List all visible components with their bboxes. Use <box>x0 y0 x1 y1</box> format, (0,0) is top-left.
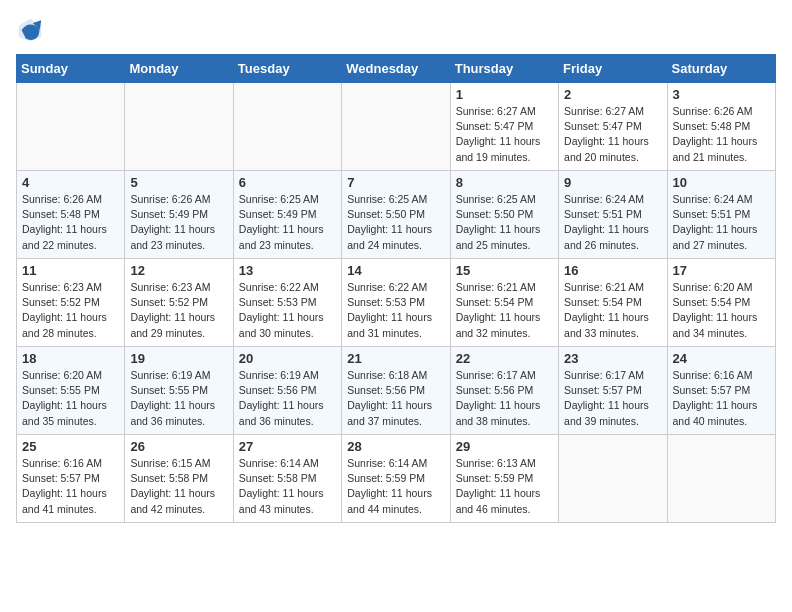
calendar-cell: 27Sunrise: 6:14 AMSunset: 5:58 PMDayligh… <box>233 435 341 523</box>
day-info: Sunrise: 6:26 AMSunset: 5:48 PMDaylight:… <box>22 192 119 253</box>
day-info: Sunrise: 6:21 AMSunset: 5:54 PMDaylight:… <box>564 280 661 341</box>
calendar-cell: 1Sunrise: 6:27 AMSunset: 5:47 PMDaylight… <box>450 83 558 171</box>
day-number: 2 <box>564 87 661 102</box>
day-number: 9 <box>564 175 661 190</box>
calendar-week-row: 4Sunrise: 6:26 AMSunset: 5:48 PMDaylight… <box>17 171 776 259</box>
day-info: Sunrise: 6:26 AMSunset: 5:48 PMDaylight:… <box>673 104 770 165</box>
day-info: Sunrise: 6:22 AMSunset: 5:53 PMDaylight:… <box>347 280 444 341</box>
day-info: Sunrise: 6:26 AMSunset: 5:49 PMDaylight:… <box>130 192 227 253</box>
day-info: Sunrise: 6:25 AMSunset: 5:50 PMDaylight:… <box>347 192 444 253</box>
calendar-cell: 25Sunrise: 6:16 AMSunset: 5:57 PMDayligh… <box>17 435 125 523</box>
calendar-cell: 9Sunrise: 6:24 AMSunset: 5:51 PMDaylight… <box>559 171 667 259</box>
day-number: 23 <box>564 351 661 366</box>
calendar-cell: 28Sunrise: 6:14 AMSunset: 5:59 PMDayligh… <box>342 435 450 523</box>
calendar-cell: 7Sunrise: 6:25 AMSunset: 5:50 PMDaylight… <box>342 171 450 259</box>
day-number: 5 <box>130 175 227 190</box>
day-info: Sunrise: 6:16 AMSunset: 5:57 PMDaylight:… <box>22 456 119 517</box>
day-info: Sunrise: 6:22 AMSunset: 5:53 PMDaylight:… <box>239 280 336 341</box>
day-number: 6 <box>239 175 336 190</box>
day-number: 24 <box>673 351 770 366</box>
logo <box>16 16 48 44</box>
calendar-cell: 6Sunrise: 6:25 AMSunset: 5:49 PMDaylight… <box>233 171 341 259</box>
day-number: 8 <box>456 175 553 190</box>
calendar-header-monday: Monday <box>125 55 233 83</box>
calendar-cell: 11Sunrise: 6:23 AMSunset: 5:52 PMDayligh… <box>17 259 125 347</box>
day-number: 10 <box>673 175 770 190</box>
day-info: Sunrise: 6:19 AMSunset: 5:55 PMDaylight:… <box>130 368 227 429</box>
day-info: Sunrise: 6:25 AMSunset: 5:49 PMDaylight:… <box>239 192 336 253</box>
day-info: Sunrise: 6:21 AMSunset: 5:54 PMDaylight:… <box>456 280 553 341</box>
day-info: Sunrise: 6:24 AMSunset: 5:51 PMDaylight:… <box>564 192 661 253</box>
day-number: 28 <box>347 439 444 454</box>
calendar-cell: 8Sunrise: 6:25 AMSunset: 5:50 PMDaylight… <box>450 171 558 259</box>
calendar-cell: 3Sunrise: 6:26 AMSunset: 5:48 PMDaylight… <box>667 83 775 171</box>
calendar-week-row: 25Sunrise: 6:16 AMSunset: 5:57 PMDayligh… <box>17 435 776 523</box>
calendar-cell: 12Sunrise: 6:23 AMSunset: 5:52 PMDayligh… <box>125 259 233 347</box>
calendar-cell: 23Sunrise: 6:17 AMSunset: 5:57 PMDayligh… <box>559 347 667 435</box>
calendar-cell: 22Sunrise: 6:17 AMSunset: 5:56 PMDayligh… <box>450 347 558 435</box>
day-number: 1 <box>456 87 553 102</box>
calendar-cell <box>667 435 775 523</box>
calendar-cell: 16Sunrise: 6:21 AMSunset: 5:54 PMDayligh… <box>559 259 667 347</box>
day-number: 18 <box>22 351 119 366</box>
calendar-cell <box>17 83 125 171</box>
calendar-cell: 4Sunrise: 6:26 AMSunset: 5:48 PMDaylight… <box>17 171 125 259</box>
day-number: 21 <box>347 351 444 366</box>
calendar-week-row: 18Sunrise: 6:20 AMSunset: 5:55 PMDayligh… <box>17 347 776 435</box>
day-number: 20 <box>239 351 336 366</box>
day-number: 14 <box>347 263 444 278</box>
day-number: 11 <box>22 263 119 278</box>
day-info: Sunrise: 6:14 AMSunset: 5:59 PMDaylight:… <box>347 456 444 517</box>
calendar-cell: 15Sunrise: 6:21 AMSunset: 5:54 PMDayligh… <box>450 259 558 347</box>
day-info: Sunrise: 6:24 AMSunset: 5:51 PMDaylight:… <box>673 192 770 253</box>
day-info: Sunrise: 6:18 AMSunset: 5:56 PMDaylight:… <box>347 368 444 429</box>
calendar-cell: 19Sunrise: 6:19 AMSunset: 5:55 PMDayligh… <box>125 347 233 435</box>
calendar-cell <box>342 83 450 171</box>
day-number: 16 <box>564 263 661 278</box>
calendar-header-sunday: Sunday <box>17 55 125 83</box>
day-info: Sunrise: 6:17 AMSunset: 5:56 PMDaylight:… <box>456 368 553 429</box>
day-number: 7 <box>347 175 444 190</box>
calendar-cell: 14Sunrise: 6:22 AMSunset: 5:53 PMDayligh… <box>342 259 450 347</box>
day-info: Sunrise: 6:23 AMSunset: 5:52 PMDaylight:… <box>22 280 119 341</box>
day-info: Sunrise: 6:27 AMSunset: 5:47 PMDaylight:… <box>456 104 553 165</box>
calendar-header-thursday: Thursday <box>450 55 558 83</box>
day-info: Sunrise: 6:23 AMSunset: 5:52 PMDaylight:… <box>130 280 227 341</box>
page-header <box>16 16 776 44</box>
day-info: Sunrise: 6:25 AMSunset: 5:50 PMDaylight:… <box>456 192 553 253</box>
calendar-cell: 20Sunrise: 6:19 AMSunset: 5:56 PMDayligh… <box>233 347 341 435</box>
calendar-week-row: 11Sunrise: 6:23 AMSunset: 5:52 PMDayligh… <box>17 259 776 347</box>
day-number: 22 <box>456 351 553 366</box>
day-info: Sunrise: 6:19 AMSunset: 5:56 PMDaylight:… <box>239 368 336 429</box>
calendar-cell: 13Sunrise: 6:22 AMSunset: 5:53 PMDayligh… <box>233 259 341 347</box>
day-info: Sunrise: 6:16 AMSunset: 5:57 PMDaylight:… <box>673 368 770 429</box>
day-number: 19 <box>130 351 227 366</box>
day-number: 3 <box>673 87 770 102</box>
calendar-header-row: SundayMondayTuesdayWednesdayThursdayFrid… <box>17 55 776 83</box>
calendar-cell: 10Sunrise: 6:24 AMSunset: 5:51 PMDayligh… <box>667 171 775 259</box>
day-info: Sunrise: 6:17 AMSunset: 5:57 PMDaylight:… <box>564 368 661 429</box>
day-info: Sunrise: 6:15 AMSunset: 5:58 PMDaylight:… <box>130 456 227 517</box>
calendar-cell: 29Sunrise: 6:13 AMSunset: 5:59 PMDayligh… <box>450 435 558 523</box>
calendar-table: SundayMondayTuesdayWednesdayThursdayFrid… <box>16 54 776 523</box>
calendar-cell <box>125 83 233 171</box>
calendar-cell <box>233 83 341 171</box>
day-info: Sunrise: 6:20 AMSunset: 5:55 PMDaylight:… <box>22 368 119 429</box>
day-number: 13 <box>239 263 336 278</box>
day-number: 29 <box>456 439 553 454</box>
calendar-cell: 26Sunrise: 6:15 AMSunset: 5:58 PMDayligh… <box>125 435 233 523</box>
logo-icon <box>16 16 44 44</box>
calendar-cell <box>559 435 667 523</box>
calendar-header-saturday: Saturday <box>667 55 775 83</box>
day-number: 27 <box>239 439 336 454</box>
calendar-header-friday: Friday <box>559 55 667 83</box>
day-info: Sunrise: 6:20 AMSunset: 5:54 PMDaylight:… <box>673 280 770 341</box>
day-number: 25 <box>22 439 119 454</box>
day-number: 12 <box>130 263 227 278</box>
calendar-cell: 5Sunrise: 6:26 AMSunset: 5:49 PMDaylight… <box>125 171 233 259</box>
calendar-cell: 21Sunrise: 6:18 AMSunset: 5:56 PMDayligh… <box>342 347 450 435</box>
day-number: 4 <box>22 175 119 190</box>
calendar-cell: 24Sunrise: 6:16 AMSunset: 5:57 PMDayligh… <box>667 347 775 435</box>
day-number: 15 <box>456 263 553 278</box>
calendar-week-row: 1Sunrise: 6:27 AMSunset: 5:47 PMDaylight… <box>17 83 776 171</box>
